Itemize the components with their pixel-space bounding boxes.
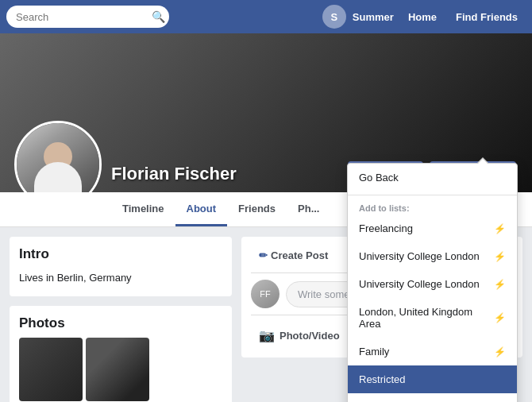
- family-lightning-icon: ⚡: [494, 346, 506, 358]
- dropdown-divider-1: [348, 195, 517, 195]
- ucl-2-label: University College London: [359, 278, 480, 290]
- tab-timeline[interactable]: Timeline: [111, 193, 175, 226]
- dropdown-section-header: Add to lists:: [348, 199, 517, 215]
- family-label: Family: [359, 346, 389, 358]
- photo-video-button[interactable]: 📷 Photo/Video: [251, 322, 348, 350]
- dropdown-arrow-inner: [477, 159, 488, 164]
- dropdown-ucl-1[interactable]: University College London ⚡: [348, 242, 517, 270]
- restricted-label: Restricted: [359, 373, 406, 385]
- intro-title: Intro: [19, 246, 222, 262]
- navbar: 🔍 S Summer Home Find Friends: [0, 0, 532, 33]
- london-label: London, United Kingdom Area: [359, 306, 494, 330]
- left-sidebar: Intro Lives in Berlin, Germany Photos: [10, 237, 232, 392]
- freelancing-label: Freelancing: [359, 222, 413, 234]
- intro-location: Lives in Berlin, Germany: [19, 269, 222, 287]
- photos-title: Photos: [19, 315, 222, 331]
- london-lightning-icon: ⚡: [494, 312, 506, 323]
- intro-box: Intro Lives in Berlin, Germany: [10, 237, 232, 296]
- dropdown-menu: Go Back Add to lists: Freelancing ⚡ Univ…: [347, 163, 518, 402]
- photo-video-label: Photo/Video: [279, 330, 340, 342]
- create-post-button[interactable]: ✏ Create Post: [251, 245, 336, 266]
- dropdown-family[interactable]: Family ⚡: [348, 338, 517, 365]
- navbar-links: Home Find Friends: [400, 6, 526, 28]
- ucl-1-label: University College London: [359, 250, 480, 262]
- search-input[interactable]: [6, 6, 169, 28]
- freelancing-lightning-icon: ⚡: [494, 223, 506, 234]
- ucl-2-lightning-icon: ⚡: [494, 279, 506, 290]
- dropdown-go-back[interactable]: Go Back: [348, 164, 517, 191]
- tab-friends[interactable]: Friends: [227, 193, 287, 226]
- ucl-1-lightning-icon: ⚡: [494, 251, 506, 262]
- navbar-find-friends[interactable]: Find Friends: [448, 6, 526, 28]
- tab-about[interactable]: About: [175, 193, 228, 226]
- dropdown-restricted[interactable]: Restricted: [348, 365, 517, 393]
- photos-grid: [19, 338, 222, 401]
- pencil-icon: ✏: [259, 249, 268, 261]
- photo-thumb-1[interactable]: [19, 338, 83, 401]
- camera-green-icon: 📷: [259, 328, 275, 343]
- search-icon[interactable]: 🔍: [152, 10, 165, 23]
- profile-name: Florian Fischer: [111, 164, 237, 184]
- tab-photos[interactable]: Ph...: [287, 193, 330, 226]
- navbar-username: Summer: [353, 11, 394, 23]
- navbar-home[interactable]: Home: [400, 6, 445, 28]
- photos-box: Photos: [10, 306, 232, 402]
- avatar: S: [322, 5, 346, 29]
- dropdown-freelancing[interactable]: Freelancing ⚡: [348, 215, 517, 242]
- post-avatar: FF: [251, 280, 279, 308]
- dropdown-new-list[interactable]: + New List...: [348, 393, 517, 402]
- post-avatar-initial: FF: [260, 289, 270, 299]
- dropdown-ucl-2[interactable]: University College London ⚡: [348, 270, 517, 298]
- go-back-label: Go Back: [359, 172, 399, 184]
- photo-thumb-2[interactable]: [86, 338, 149, 401]
- dropdown-london[interactable]: London, United Kingdom Area ⚡: [348, 298, 517, 338]
- create-post-label: Create Post: [271, 249, 328, 261]
